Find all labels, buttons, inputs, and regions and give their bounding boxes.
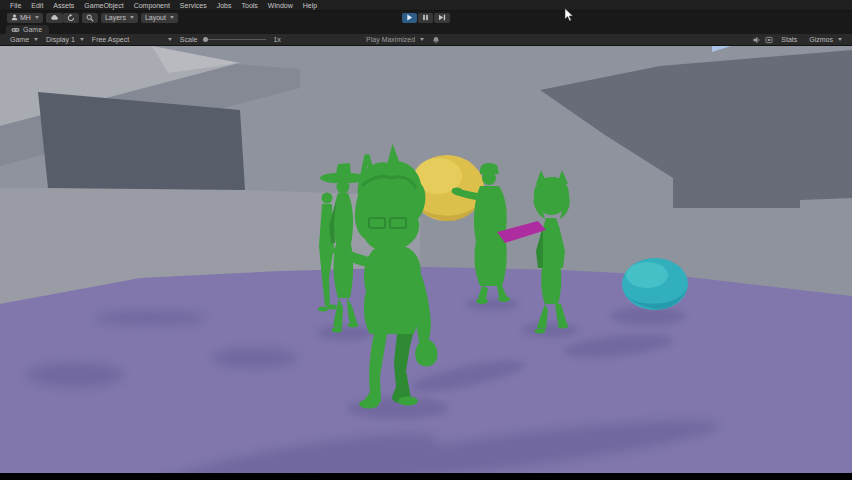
game-view-toolbar: Game Display 1 Free Aspect Scale 1x Play…	[0, 34, 852, 46]
cyan-ball-shadow	[610, 307, 686, 325]
gamepad-icon	[11, 27, 20, 33]
play-maximized-dropdown[interactable]: Play Maximized	[362, 34, 428, 46]
scale-slider[interactable]	[204, 39, 266, 40]
layout-label: Layout	[145, 14, 166, 21]
bell-icon	[432, 36, 440, 44]
undo-history-button[interactable]	[63, 13, 79, 23]
mute-audio-toggle[interactable]	[428, 34, 444, 46]
chevron-down-icon	[170, 16, 174, 19]
history-icon	[67, 14, 75, 22]
person-icon	[11, 14, 18, 21]
menu-item-services[interactable]: Services	[175, 0, 212, 11]
gizmos-dropdown[interactable]: Gizmos	[805, 34, 846, 46]
layers-label: Layers	[105, 14, 126, 21]
chevron-down-icon	[35, 16, 39, 19]
tab-game-label: Game	[23, 26, 42, 33]
chevron-down-icon	[838, 38, 842, 41]
pause-icon	[422, 14, 429, 21]
menu-item-assets[interactable]: Assets	[48, 0, 79, 11]
gizmos-label: Gizmos	[809, 36, 833, 43]
game-view-dropdown-label: Game	[10, 36, 29, 43]
aspect-ratio-label: Free Aspect	[92, 36, 129, 43]
scale-slider-knob[interactable]	[203, 37, 208, 42]
menu-item-tools[interactable]: Tools	[237, 0, 263, 11]
play-button[interactable]	[402, 13, 417, 23]
cloud-icon	[50, 14, 59, 21]
menu-bar: File Edit Assets GameObject Component Se…	[0, 0, 852, 11]
chevron-down-icon	[130, 16, 134, 19]
step-button[interactable]	[434, 13, 450, 23]
stats-label: Stats	[781, 36, 797, 43]
menu-item-component[interactable]: Component	[129, 0, 175, 11]
cyan-ball	[622, 258, 688, 310]
aspect-ratio-dropdown[interactable]: Free Aspect	[88, 34, 176, 46]
cloud-services-button[interactable]	[46, 13, 63, 23]
play-maximized-label: Play Maximized	[366, 36, 415, 43]
layers-dropdown[interactable]: Layers	[101, 13, 138, 23]
chevron-down-icon	[168, 38, 172, 41]
game-view-viewport[interactable]	[0, 46, 852, 473]
search-button[interactable]	[82, 13, 98, 23]
scale-control: Scale 1x	[176, 34, 285, 46]
scale-label: Scale	[180, 36, 198, 43]
chevron-down-icon	[34, 38, 38, 41]
menu-item-edit[interactable]: Edit	[26, 0, 48, 11]
vsync-frame-icon[interactable]	[765, 36, 773, 44]
display-dropdown[interactable]: Display 1	[42, 34, 88, 46]
play-controls	[402, 13, 450, 23]
account-label: MH	[20, 14, 31, 21]
menu-item-window[interactable]: Window	[263, 0, 298, 11]
chevron-down-icon	[420, 38, 424, 41]
game-scene-canvas	[0, 46, 852, 473]
menu-item-help[interactable]: Help	[298, 0, 322, 11]
display-dropdown-label: Display 1	[46, 36, 75, 43]
stats-button[interactable]: Stats	[777, 34, 801, 46]
bottom-letterbox-bar	[0, 473, 852, 480]
layout-dropdown[interactable]: Layout	[141, 13, 178, 23]
speaker-icon[interactable]	[753, 36, 761, 44]
step-icon	[438, 14, 446, 21]
game-view-dropdown[interactable]: Game	[6, 34, 42, 46]
menu-item-gameobject[interactable]: GameObject	[79, 0, 128, 11]
menu-item-jobs[interactable]: Jobs	[212, 0, 237, 11]
search-icon	[86, 14, 94, 22]
unity-editor-window: File Edit Assets GameObject Component Se…	[0, 0, 852, 480]
scale-value: 1x	[273, 36, 280, 43]
account-dropdown[interactable]: MH	[7, 13, 43, 23]
play-icon	[406, 14, 413, 21]
chevron-down-icon	[80, 38, 84, 41]
pause-button[interactable]	[418, 13, 433, 23]
panel-tab-row: Game	[0, 24, 852, 34]
menu-item-file[interactable]: File	[5, 0, 26, 11]
main-toolbar: MH	[0, 11, 852, 24]
